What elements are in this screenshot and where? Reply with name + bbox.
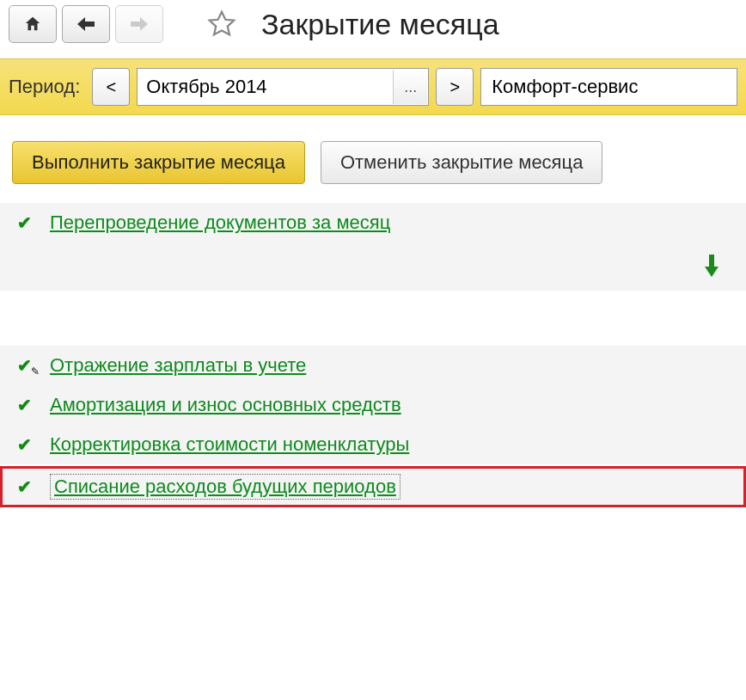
check-icon: ✔ <box>17 355 32 376</box>
favorite-button[interactable] <box>203 5 241 43</box>
check-icon: ✔ <box>17 212 32 233</box>
star-icon <box>206 9 237 40</box>
operation-link-amortization[interactable]: Амортизация и износ основных средств <box>50 394 401 416</box>
operation-link-cost-correction[interactable]: Корректировка стоимости номенклатуры <box>50 433 409 456</box>
cancel-label: Отменить закрытие месяца <box>340 151 583 174</box>
organization-value: Комфорт-сервис <box>492 76 638 98</box>
status-icon-box: ✔ ✎ <box>12 355 36 376</box>
operation-row-amortization: ✔ Амортизация и износ основных средств <box>0 385 746 425</box>
operation-link-reprocess[interactable]: Перепроведение документов за месяц <box>50 212 390 234</box>
arrow-down-icon <box>703 255 720 279</box>
cancel-button[interactable]: Отменить закрытие месяца <box>321 141 602 184</box>
check-icon: ✔ <box>17 395 32 415</box>
back-button[interactable] <box>62 5 110 43</box>
period-bar: Период: < Октябрь 2014 ... > Комфорт-сер… <box>0 58 746 115</box>
period-field[interactable]: Октябрь 2014 ... <box>137 68 429 106</box>
status-icon-box: ✔ <box>12 434 36 455</box>
period-ellipsis-button[interactable]: ... <box>393 70 427 104</box>
operation-row-salary: ✔ ✎ Отражение зарплаты в учете <box>0 346 746 385</box>
page-title: Закрытие месяца <box>261 8 499 41</box>
arrow-left-icon <box>76 15 96 33</box>
home-button[interactable] <box>9 5 57 43</box>
period-value: Октябрь 2014 <box>146 76 266 98</box>
period-next-button[interactable]: > <box>436 68 474 106</box>
execute-label: Выполнить закрытие месяца <box>32 151 285 174</box>
arrow-right-icon <box>129 15 150 33</box>
status-icon-box: ✔ <box>12 395 36 415</box>
forward-button[interactable] <box>115 5 163 43</box>
status-icon-box: ✔ <box>12 476 36 497</box>
flow-arrow-row <box>0 243 746 291</box>
check-icon: ✔ <box>17 476 32 497</box>
check-icon: ✔ <box>17 434 32 455</box>
operations-list: ✔ Перепроведение документов за месяц ✔ ✎… <box>0 203 746 507</box>
action-bar: Выполнить закрытие месяца Отменить закры… <box>0 115 746 203</box>
execute-button[interactable]: Выполнить закрытие месяца <box>12 141 305 184</box>
chevron-right-icon: > <box>449 77 460 97</box>
status-icon-box: ✔ <box>12 212 36 233</box>
operation-row-reprocess: ✔ Перепроведение документов за месяц <box>0 203 746 243</box>
toolbar: Закрытие месяца <box>0 0 746 48</box>
spacer <box>0 291 746 346</box>
operation-row-future-expenses: ✔ Списание расходов будущих периодов <box>0 466 746 507</box>
ellipsis-icon: ... <box>404 78 417 96</box>
chevron-left-icon: < <box>106 77 116 97</box>
home-icon <box>23 15 42 34</box>
operation-link-salary[interactable]: Отражение зарплаты в учете <box>50 354 306 377</box>
organization-field[interactable]: Комфорт-сервис <box>480 68 737 106</box>
operation-link-future-expenses[interactable]: Списание расходов будущих периодов <box>50 474 401 500</box>
period-label: Период: <box>9 76 80 98</box>
operation-row-cost-correction: ✔ Корректировка стоимости номенклатуры <box>0 425 746 464</box>
pencil-icon: ✎ <box>31 365 40 378</box>
period-prev-button[interactable]: < <box>92 68 130 106</box>
